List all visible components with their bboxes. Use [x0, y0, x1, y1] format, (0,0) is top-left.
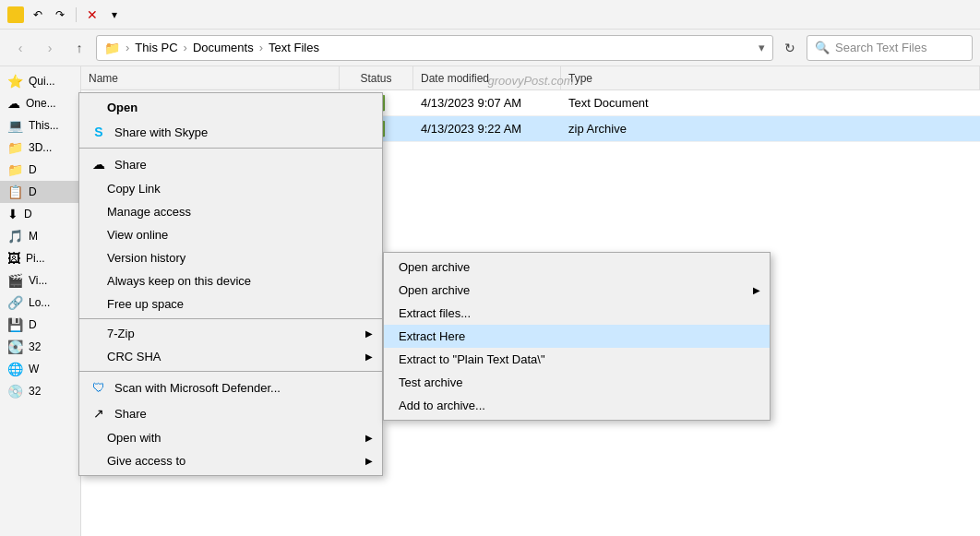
sm-open-archive2[interactable]: Open archive — [384, 279, 770, 302]
downloads-icon: ⬇ — [7, 207, 18, 221]
sidebar-item-d2[interactable]: 📋 D — [0, 181, 80, 203]
sidebar-label-d2: D — [29, 185, 37, 198]
sidebar-item-videos[interactable]: 🎬 Vi... — [0, 269, 80, 292]
onedrive-icon: ☁ — [7, 96, 20, 111]
forward-btn[interactable]: › — [37, 35, 63, 61]
sm-test-archive-label: Test archive — [399, 375, 462, 389]
sm-extract-to-label: Extract to "Plain Text Data\" — [399, 352, 545, 366]
expand-btn[interactable]: ▾ — [106, 6, 123, 23]
sidebar-item-music[interactable]: 🎵 M — [0, 225, 80, 247]
cm-7zip-label: 7-Zip — [107, 327, 135, 340]
address-dropdown-btn[interactable]: ▾ — [759, 41, 765, 54]
file-type-zip: zip Archive — [561, 116, 980, 141]
close-btn[interactable]: ✕ — [84, 6, 101, 23]
cm-share-skype[interactable]: S Share with Skype — [79, 119, 382, 145]
cm-view-online-label: View online — [107, 228, 168, 242]
d2-icon: 📋 — [7, 185, 23, 199]
col-header-date[interactable]: Date modified — [413, 66, 561, 89]
quick-icon: ⭐ — [7, 74, 23, 89]
cm-always-keep-label: Always keep on this device — [107, 274, 251, 288]
cm-give-access[interactable]: Give access to — [79, 449, 382, 472]
cm-open-with[interactable]: Open with — [79, 426, 382, 449]
32a-icon: 💽 — [7, 339, 23, 354]
sidebar-item-downloads[interactable]: ⬇ D — [0, 203, 80, 225]
breadcrumb-documents[interactable]: Documents — [193, 41, 254, 54]
cm-always-keep[interactable]: Always keep on this device — [79, 269, 382, 292]
address-box[interactable]: 📁 › This PC › Documents › Text Files ▾ — [96, 35, 773, 61]
cm-manage-access[interactable]: Manage access — [79, 200, 382, 223]
cm-give-access-label: Give access to — [107, 454, 185, 468]
sidebar-label-pictures: Pi... — [26, 252, 45, 265]
up-btn[interactable]: ↑ — [66, 35, 92, 61]
sidebar-item-onedrive[interactable]: ☁ One... — [0, 92, 80, 114]
sidebar-item-local[interactable]: 🔗 Lo... — [0, 292, 80, 314]
cm-share-skype-label: Share with Skype — [114, 125, 208, 139]
cm-version-history[interactable]: Version history — [79, 246, 382, 269]
share2-icon: ↗ — [90, 405, 107, 422]
sidebar-item-quick[interactable]: ⭐ Qui... — [0, 70, 80, 92]
sidebar-item-w[interactable]: 🌐 W — [0, 358, 80, 380]
sm-test-archive[interactable]: Test archive — [384, 371, 770, 394]
cm-sep2 — [79, 318, 382, 319]
sm-open-archive[interactable]: Open archive — [384, 256, 770, 279]
share-icon: ☁ — [90, 156, 107, 173]
sm-extract-files-label: Extract files... — [399, 306, 471, 320]
sm-extract-to[interactable]: Extract to "Plain Text Data\" — [384, 348, 770, 371]
sidebar-item-32a[interactable]: 💽 32 — [0, 336, 80, 358]
submenu-7zip: Open archive Open archive Extract files.… — [383, 252, 771, 421]
cm-share2-label: Share — [114, 407, 147, 421]
col-header-type[interactable]: Type — [561, 66, 980, 89]
d1-icon: 📁 — [7, 162, 23, 177]
sidebar-label-d3: D — [29, 318, 37, 331]
context-menu: Open S Share with Skype ☁ Share Copy Lin… — [78, 92, 383, 476]
addressbar: ‹ › ↑ 📁 › This PC › Documents › Text Fil… — [0, 30, 980, 66]
sidebar-label-d1: D — [29, 163, 37, 176]
cm-manage-access-label: Manage access — [107, 205, 191, 219]
cm-free-space-label: Free up space — [107, 297, 184, 311]
sidebar-label-32a: 32 — [29, 340, 41, 353]
sidebar-item-pictures[interactable]: 🖼 Pi... — [0, 247, 80, 269]
sidebar-item-d3[interactable]: 💾 D — [0, 314, 80, 336]
col-header-status[interactable]: Status — [340, 66, 413, 89]
cm-share[interactable]: ☁ Share — [79, 151, 382, 177]
sidebar-label-quick: Qui... — [29, 75, 55, 88]
sm-extract-here[interactable]: Extract Here — [384, 325, 770, 348]
redo-btn[interactable]: ↷ — [52, 6, 68, 23]
col-header-name[interactable]: Name — [81, 66, 340, 89]
cm-crc-sha-label: CRC SHA — [107, 350, 161, 363]
breadcrumb-textfiles[interactable]: Text Files — [269, 41, 319, 54]
cm-share2[interactable]: ↗ Share — [79, 400, 382, 426]
sm-extract-files[interactable]: Extract files... — [384, 302, 770, 325]
pictures-icon: 🖼 — [7, 251, 20, 266]
cm-crc-sha[interactable]: CRC SHA — [79, 345, 382, 368]
sep — [76, 7, 77, 22]
folder-icon — [7, 6, 24, 23]
back-btn[interactable]: ‹ — [7, 35, 33, 61]
cm-copy-link[interactable]: Copy Link — [79, 177, 382, 200]
breadcrumb-thispc[interactable]: This PC — [135, 41, 177, 54]
cm-open[interactable]: Open — [79, 96, 382, 119]
search-box[interactable]: 🔍 Search Text Files — [807, 35, 973, 61]
sidebar-item-d1[interactable]: 📁 D — [0, 159, 80, 181]
sm-add-archive[interactable]: Add to archive... — [384, 394, 770, 417]
sidebar-item-3d[interactable]: 📁 3D... — [0, 137, 80, 159]
refresh-btn[interactable]: ↻ — [777, 35, 803, 61]
cm-defender[interactable]: 🛡 Scan with Microsoft Defender... — [79, 375, 382, 400]
skype-icon: S — [90, 124, 107, 140]
folder-address-icon: 📁 — [104, 41, 120, 55]
undo-btn[interactable]: ↶ — [30, 6, 46, 23]
3d-icon: 📁 — [7, 140, 23, 155]
sidebar-label-thispc: This... — [29, 119, 59, 132]
cm-7zip[interactable]: 7-Zip — [79, 322, 382, 345]
sidebar-label-videos: Vi... — [29, 274, 47, 287]
sidebar-item-32b[interactable]: 💿 32 — [0, 380, 80, 402]
sep2: › — [184, 41, 187, 54]
sidebar-item-thispc[interactable]: 💻 This... — [0, 114, 80, 137]
sidebar-label-music: M — [29, 230, 38, 243]
cm-free-space[interactable]: Free up space — [79, 292, 382, 316]
cm-view-online[interactable]: View online — [79, 223, 382, 246]
cm-share-label: Share — [114, 158, 147, 172]
local-icon: 🔗 — [7, 295, 23, 310]
videos-icon: 🎬 — [7, 273, 23, 288]
sidebar-label-w: W — [29, 363, 39, 375]
